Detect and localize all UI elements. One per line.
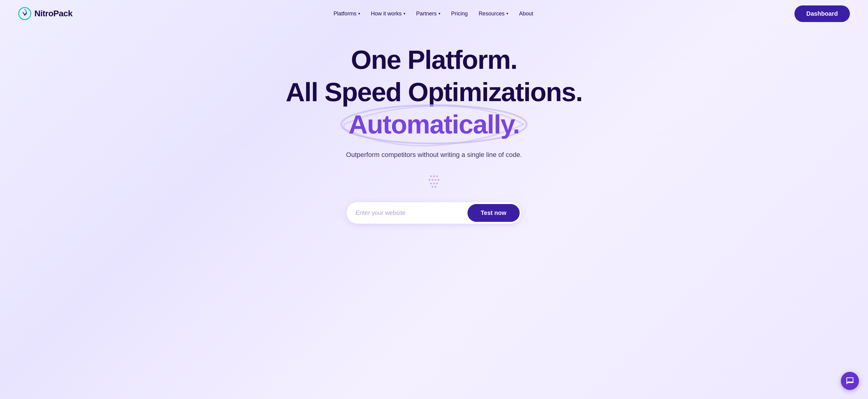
chevron-down-icon: ▾ (438, 11, 440, 16)
nav-links: Platforms ▾ How it works ▾ Partners ▾ Pr… (334, 10, 533, 17)
svg-point-12 (436, 182, 438, 184)
dashboard-button[interactable]: Dashboard (795, 5, 850, 22)
nav-item-platforms[interactable]: Platforms ▾ (334, 10, 360, 17)
nav-item-resources[interactable]: Resources ▾ (478, 10, 508, 17)
hero-auto-wrapper: Automatically. (349, 110, 520, 139)
hero-subtitle: Outperform competitors without writing a… (346, 151, 522, 159)
svg-point-9 (438, 179, 439, 181)
svg-point-14 (435, 186, 436, 188)
website-input[interactable] (355, 209, 467, 217)
svg-point-5 (436, 175, 438, 177)
nav-item-pricing[interactable]: Pricing (451, 10, 468, 17)
search-bar: Test now (346, 202, 522, 224)
hero-line1: One Platform. (351, 45, 517, 75)
logo[interactable]: NitroPack (18, 7, 72, 20)
logo-icon (18, 7, 31, 20)
chevron-down-icon: ▾ (506, 11, 508, 16)
svg-point-11 (433, 182, 435, 184)
navbar: NitroPack Platforms ▾ How it works ▾ Par… (0, 0, 868, 27)
svg-point-6 (429, 179, 430, 181)
svg-point-3 (430, 175, 432, 177)
svg-point-13 (432, 186, 433, 188)
chevron-down-icon: ▾ (358, 11, 360, 16)
svg-point-7 (432, 179, 433, 181)
dotted-chevron-icon (425, 174, 443, 190)
nav-item-how-it-works[interactable]: How it works ▾ (371, 10, 405, 17)
chat-bubble-button[interactable] (841, 372, 859, 390)
test-now-button[interactable]: Test now (467, 204, 520, 222)
nav-item-partners[interactable]: Partners ▾ (416, 10, 440, 17)
svg-point-10 (430, 182, 432, 184)
svg-point-1 (24, 14, 26, 16)
logo-text: NitroPack (34, 9, 72, 19)
hero-section: One Platform. All Speed Optimizations. A… (0, 27, 868, 248)
hero-line2: All Speed Optimizations. (286, 78, 582, 107)
svg-point-4 (433, 175, 435, 177)
chevron-down-icon: ▾ (404, 11, 405, 16)
nav-item-about[interactable]: About (519, 10, 533, 17)
svg-point-8 (435, 179, 436, 181)
hero-line3: Automatically. (349, 110, 520, 139)
chat-icon (846, 377, 854, 385)
